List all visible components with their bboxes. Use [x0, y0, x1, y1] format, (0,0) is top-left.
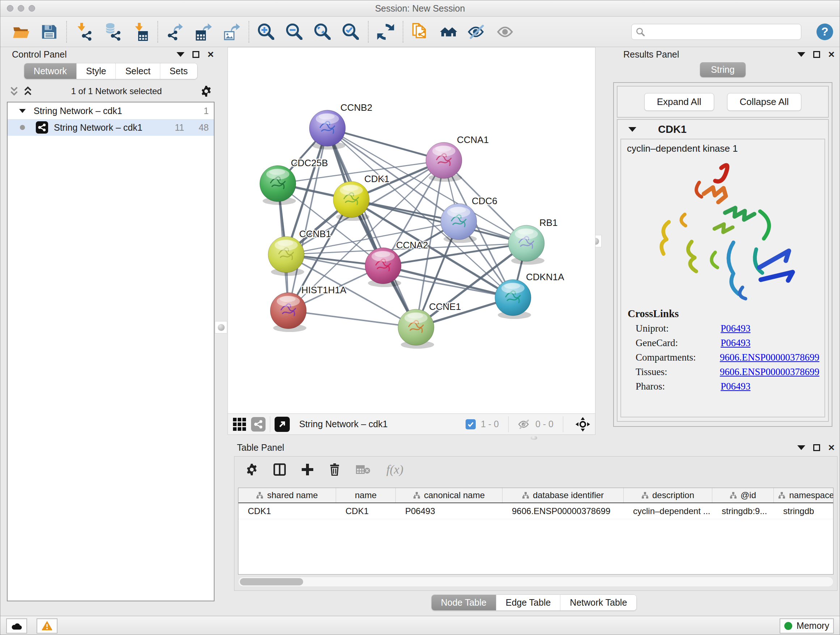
import-table-button[interactable]: [126, 20, 155, 44]
column-header-name[interactable]: name: [336, 488, 396, 502]
table-cell[interactable]: P06493: [396, 503, 502, 519]
import-network-from-database-button[interactable]: [98, 20, 126, 44]
crosslink-link[interactable]: P06493: [721, 323, 751, 334]
scrollbar-thumb[interactable]: [240, 578, 303, 585]
crosslink-link[interactable]: P06493: [721, 381, 751, 392]
table-cell[interactable]: CDK1: [238, 503, 336, 519]
delete-column-trash-icon[interactable]: [329, 463, 340, 476]
grid-view-icon[interactable]: [233, 418, 246, 431]
open-session-button[interactable]: [7, 20, 35, 44]
network-row[interactable]: String Network – cdk1 11 48: [8, 119, 214, 136]
column-header--id[interactable]: @id: [712, 488, 774, 502]
float-panel-icon[interactable]: [813, 51, 820, 58]
search-input[interactable]: [647, 27, 797, 37]
crosslink-row: Tissues:9606.ENSP00000378699: [636, 366, 819, 378]
network-edge-CCNB2-HIST1H1A[interactable]: [288, 128, 327, 310]
table-options-gear-icon[interactable]: [246, 464, 257, 475]
horizontal-splitter-handle[interactable]: [531, 436, 537, 440]
zoom-in-button[interactable]: [252, 20, 280, 44]
column-header-description[interactable]: description: [624, 488, 712, 502]
network-edge-HIST1H1A-CCNE1[interactable]: [288, 310, 416, 327]
selected-elements-checkbox[interactable]: [466, 419, 476, 429]
expand-all-button[interactable]: Expand All: [644, 93, 714, 111]
shared-column-icon: [256, 492, 264, 499]
search-field[interactable]: [631, 24, 801, 40]
network-edge-CCNB2-CCNE1[interactable]: [327, 128, 416, 327]
panel-menu-icon[interactable]: [177, 52, 185, 57]
home-button[interactable]: [434, 20, 463, 44]
float-panel-icon[interactable]: [813, 444, 820, 451]
float-panel-icon[interactable]: [193, 51, 199, 58]
table-cell[interactable]: cyclin–dependent ...: [624, 503, 712, 519]
show-column-panel-icon[interactable]: [273, 463, 286, 476]
tab-node-table[interactable]: Node Table: [431, 595, 496, 610]
close-panel-icon[interactable]: ×: [828, 51, 835, 58]
shared-column-icon: [522, 492, 529, 499]
network-node-RB1[interactable]: RB1: [508, 217, 558, 264]
network-node-CDKN1A[interactable]: CDKN1A: [495, 272, 564, 319]
memory-button[interactable]: Memory: [780, 618, 834, 633]
crosslink-link[interactable]: P06493: [721, 337, 751, 348]
expand-all-networks-icon[interactable]: [24, 87, 32, 96]
fit-content-crosshair-icon[interactable]: [576, 417, 590, 432]
table-cell[interactable]: stringdb: [774, 503, 834, 519]
collapse-all-networks-icon[interactable]: [10, 87, 19, 96]
network-node-HIST1H1A[interactable]: HIST1H1A: [270, 285, 347, 332]
tab-select[interactable]: Select: [116, 63, 160, 79]
network-node-CCNB2[interactable]: CCNB2: [309, 102, 372, 149]
birds-eye-view-icon[interactable]: [275, 417, 290, 432]
collection-label: String Network – cdk1: [34, 106, 122, 116]
close-panel-icon[interactable]: ×: [207, 51, 214, 58]
panel-menu-icon[interactable]: [797, 52, 805, 57]
column-header-canonical-name[interactable]: canonical name: [396, 488, 502, 502]
network-node-CDC6[interactable]: CDC6: [441, 195, 497, 243]
close-panel-icon[interactable]: ×: [828, 444, 835, 451]
network-options-gear-icon[interactable]: [201, 86, 212, 97]
network-list: String Network – cdk1 1 String Network –…: [7, 102, 215, 601]
zoom-out-button[interactable]: [280, 20, 309, 44]
export-table-button[interactable]: [189, 20, 218, 44]
panel-menu-icon[interactable]: [797, 445, 805, 450]
show-all-button[interactable]: [491, 20, 519, 44]
hide-selected-button[interactable]: [463, 20, 491, 44]
cloud-status-button[interactable]: [6, 618, 27, 633]
export-network-button[interactable]: [161, 20, 189, 44]
add-column-icon[interactable]: [302, 464, 313, 475]
table-cell[interactable]: 9606.ENSP00000378699: [502, 503, 624, 519]
table-row[interactable]: CDK1CDK1P064939606.ENSP00000378699cyclin…: [238, 503, 833, 519]
table-cell[interactable]: CDK1: [336, 503, 396, 519]
gene-symbol: CDK1: [658, 124, 687, 135]
tab-network[interactable]: Network: [24, 63, 77, 79]
network-canvas[interactable]: CCNB2CCNA1CDC25BCDK1CDC6RB1CCNB1CCNA2CDK…: [228, 48, 595, 413]
table-cell[interactable]: stringdb:9...: [712, 503, 774, 519]
results-tab-string[interactable]: String: [700, 62, 745, 77]
tab-sets[interactable]: Sets: [160, 63, 197, 79]
refresh-button[interactable]: [371, 20, 400, 44]
tab-style[interactable]: Style: [77, 63, 116, 79]
control-panel-tabs: Network Style Select Sets: [24, 63, 197, 79]
network-share-icon[interactable]: [251, 417, 265, 432]
network-selection-summary: 1 of 1 Network selected: [32, 86, 201, 96]
column-header-database-identifier[interactable]: database identifier: [502, 488, 624, 502]
gene-section-collapse-icon[interactable]: [628, 127, 636, 132]
zoom-fit-button[interactable]: [309, 20, 337, 44]
zoom-selected-button[interactable]: [337, 20, 365, 44]
network-collection-row[interactable]: String Network – cdk1 1: [8, 103, 214, 119]
collapse-all-button[interactable]: Collapse All: [727, 93, 802, 111]
column-header-namespace[interactable]: namespace: [774, 488, 834, 502]
tab-edge-table[interactable]: Edge Table: [496, 595, 561, 610]
warnings-button[interactable]: [36, 618, 57, 633]
network-node-CDC25B[interactable]: CDC25B: [260, 157, 328, 205]
table-horizontal-scrollbar[interactable]: [238, 577, 834, 587]
network-from-document-button[interactable]: [406, 20, 434, 44]
export-image-button[interactable]: [218, 20, 246, 44]
import-network-button[interactable]: [70, 20, 98, 44]
tab-network-table[interactable]: Network Table: [561, 595, 636, 610]
crosslink-link[interactable]: 9606.ENSP00000378699: [720, 366, 819, 378]
save-session-button[interactable]: [35, 20, 63, 44]
left-splitter-handle[interactable]: [215, 321, 227, 333]
collection-expand-icon[interactable]: [19, 109, 26, 113]
crosslink-link[interactable]: 9606.ENSP00000378699: [720, 352, 819, 363]
help-button[interactable]: ?: [816, 24, 833, 40]
column-header-shared-name[interactable]: shared name: [238, 488, 336, 502]
